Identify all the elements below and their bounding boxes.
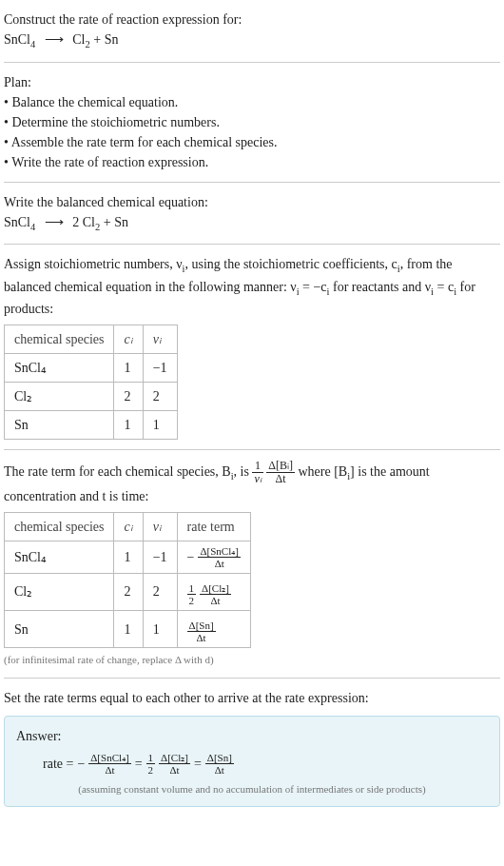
fraction: Δ[Sn]Δt [187, 620, 216, 643]
fraction: Δ[Cl₂]Δt [200, 582, 231, 606]
product-2: Sn [105, 32, 119, 47]
rateterm-table: chemical species cᵢ νᵢ rate term SnCl₄ 1… [4, 512, 251, 649]
cell-c: 2 [114, 573, 143, 610]
reactant: SnCl4 [4, 215, 35, 229]
cell-rate: 12 Δ[Cl₂]Δt [177, 573, 250, 610]
cell-rate: − Δ[SnCl₄]Δt [177, 541, 250, 573]
stoich-table: chemical species cᵢ νᵢ SnCl₄ 1 −1 Cl₂ 2 … [4, 325, 178, 440]
table-row: Sn 1 1 Δ[Sn]Δt [5, 610, 251, 647]
rateterm-intro: The rate term for each chemical species,… [4, 464, 430, 502]
cell-c: 1 [114, 411, 143, 440]
unbalanced-equation: SnCl4 ⟶ Cl2 + Sn [4, 30, 500, 52]
divider [4, 182, 500, 183]
plan-section: Plan: Balance the chemical equation. Det… [4, 67, 500, 178]
rate-label: rate = [43, 754, 73, 774]
cell-species: Sn [5, 411, 114, 440]
col-c: cᵢ [114, 512, 143, 541]
cell-rate: Δ[Sn]Δt [177, 610, 250, 647]
balanced-section: Write the balanced chemical equation: Sn… [4, 187, 500, 241]
table-row: Cl₂ 2 2 12 Δ[Cl₂]Δt [5, 573, 251, 610]
table-row: SnCl₄ 1 −1 [5, 354, 178, 383]
arrow-icon: ⟶ [39, 215, 69, 229]
equals: = [194, 754, 202, 774]
stoich-section: Assign stoichiometric numbers, νi, using… [4, 248, 500, 445]
table-header-row: chemical species cᵢ νᵢ [5, 325, 178, 354]
plan-title: Plan: [4, 72, 500, 92]
answer-note: (assuming constant volume and no accumul… [16, 781, 488, 797]
col-rate: rate term [177, 512, 250, 541]
col-species: chemical species [5, 325, 114, 354]
cell-nu: 2 [143, 573, 177, 610]
cell-species: SnCl₄ [5, 541, 114, 573]
fraction: 12 [146, 752, 156, 776]
product-1: Cl2 [83, 215, 100, 229]
cell-c: 2 [114, 383, 143, 411]
col-nu: νᵢ [143, 512, 177, 541]
col-species: chemical species [5, 512, 114, 541]
stoich-intro: Assign stoichiometric numbers, νi, using… [4, 254, 500, 319]
answer-box: Answer: rate = − Δ[SnCl₄]Δt = 12 Δ[Cl₂]Δ… [4, 716, 500, 808]
fraction: Δ[SnCl₄]Δt [88, 752, 130, 776]
balanced-title: Write the balanced chemical equation: [4, 192, 500, 212]
cell-species: Cl₂ [5, 383, 114, 411]
cell-c: 1 [114, 610, 143, 647]
final-section: Set the rate terms equal to each other t… [4, 682, 500, 814]
plan-item: Balance the chemical equation. [4, 92, 500, 112]
plan-item: Determine the stoichiometric numbers. [4, 112, 500, 132]
divider [4, 449, 500, 450]
fraction: 1νᵢ [252, 460, 262, 485]
divider [4, 62, 500, 63]
rate-expression: rate = − Δ[SnCl₄]Δt = 12 Δ[Cl₂]Δt = Δ[Sn… [16, 752, 234, 776]
col-nu: νᵢ [143, 325, 177, 354]
plus: + [100, 215, 114, 229]
fraction: 12 [187, 582, 197, 606]
divider [4, 678, 500, 679]
reactant: SnCl4 [4, 32, 35, 47]
cell-nu: −1 [143, 354, 177, 383]
neg-sign: − [77, 754, 85, 774]
arrow-icon: ⟶ [39, 32, 69, 47]
cell-species: SnCl₄ [5, 354, 114, 383]
cell-c: 1 [114, 541, 143, 573]
cell-species: Cl₂ [5, 573, 114, 610]
fraction: Δ[Sn]Δt [205, 752, 234, 776]
answer-label: Answer: [16, 726, 488, 746]
cell-nu: −1 [143, 541, 177, 573]
cell-species: Sn [5, 610, 114, 647]
balanced-equation: SnCl4 ⟶ 2 Cl2 + Sn [4, 212, 500, 235]
table-header-row: chemical species cᵢ νᵢ rate term [5, 512, 251, 541]
fraction: Δ[Cl₂]Δt [159, 752, 190, 776]
divider [4, 244, 500, 245]
product-1: Cl2 [72, 32, 89, 47]
rateterm-section: The rate term for each chemical species,… [4, 454, 500, 673]
prompt-section: Construct the rate of reaction expressio… [4, 4, 500, 58]
coefficient: 2 [72, 215, 79, 229]
fraction: Δ[SnCl₄]Δt [198, 545, 240, 569]
final-intro: Set the rate terms equal to each other t… [4, 688, 500, 708]
cell-nu: 1 [143, 411, 177, 440]
table-row: Sn 1 1 [5, 411, 178, 440]
rateterm-note: (for infinitesimal rate of change, repla… [4, 652, 500, 668]
product-2: Sn [114, 215, 128, 229]
cell-c: 1 [114, 354, 143, 383]
table-row: Cl₂ 2 2 [5, 383, 178, 411]
plan-list: Balance the chemical equation. Determine… [4, 92, 500, 172]
equals: = [135, 754, 143, 774]
plus: + [90, 32, 105, 47]
plan-item: Assemble the rate term for each chemical… [4, 132, 500, 152]
table-row: SnCl₄ 1 −1 − Δ[SnCl₄]Δt [5, 541, 251, 573]
cell-nu: 1 [143, 610, 177, 647]
cell-nu: 2 [143, 383, 177, 411]
fraction: Δ[Bᵢ]Δt [266, 460, 295, 485]
col-c: cᵢ [114, 325, 143, 354]
sign: − [187, 547, 195, 567]
prompt-text: Construct the rate of reaction expressio… [4, 10, 500, 30]
plan-item: Write the rate of reaction expression. [4, 152, 500, 172]
